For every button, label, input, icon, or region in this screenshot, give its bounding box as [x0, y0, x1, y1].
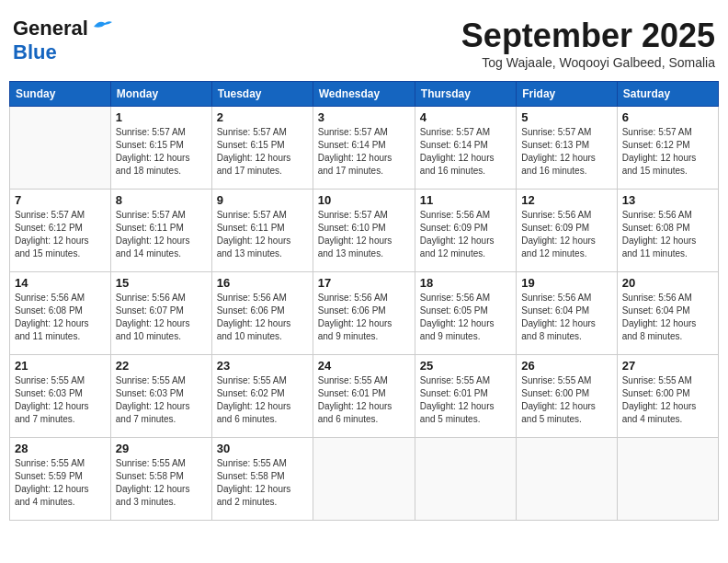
day-number: 7: [15, 193, 106, 207]
day-number: 2: [217, 110, 308, 124]
day-info: Sunrise: 5:57 AM Sunset: 6:15 PM Dayligh…: [217, 126, 308, 178]
calendar-cell: 11Sunrise: 5:56 AM Sunset: 6:09 PM Dayli…: [415, 190, 516, 272]
day-info: Sunrise: 5:55 AM Sunset: 6:01 PM Dayligh…: [318, 374, 410, 426]
calendar-cell: 17Sunrise: 5:56 AM Sunset: 6:06 PM Dayli…: [313, 272, 415, 355]
week-row-1: 1Sunrise: 5:57 AM Sunset: 6:15 PM Daylig…: [10, 107, 719, 190]
header-monday: Monday: [110, 82, 211, 107]
calendar-cell: 22Sunrise: 5:55 AM Sunset: 6:03 PM Dayli…: [110, 355, 211, 438]
day-info: Sunrise: 5:56 AM Sunset: 6:06 PM Dayligh…: [217, 292, 308, 343]
calendar-cell: [10, 107, 111, 190]
header-sunday: Sunday: [10, 82, 111, 107]
week-row-3: 14Sunrise: 5:56 AM Sunset: 6:08 PM Dayli…: [10, 272, 719, 355]
day-info: Sunrise: 5:56 AM Sunset: 6:05 PM Dayligh…: [420, 292, 511, 343]
day-info: Sunrise: 5:57 AM Sunset: 6:13 PM Dayligh…: [521, 126, 611, 178]
logo-text: General: [13, 17, 88, 40]
logo: General Blue: [13, 17, 112, 64]
calendar-cell: 7Sunrise: 5:57 AM Sunset: 6:12 PM Daylig…: [10, 190, 111, 272]
month-title: September 2025: [461, 17, 715, 55]
header-friday: Friday: [517, 82, 617, 107]
day-info: Sunrise: 5:57 AM Sunset: 6:15 PM Dayligh…: [116, 126, 207, 178]
day-info: Sunrise: 5:55 AM Sunset: 6:02 PM Dayligh…: [217, 374, 308, 426]
day-info: Sunrise: 5:55 AM Sunset: 6:03 PM Dayligh…: [116, 374, 207, 426]
day-number: 26: [521, 359, 611, 373]
day-info: Sunrise: 5:56 AM Sunset: 6:09 PM Dayligh…: [521, 209, 611, 260]
week-row-4: 21Sunrise: 5:55 AM Sunset: 6:03 PM Dayli…: [10, 355, 719, 438]
calendar-cell: 3Sunrise: 5:57 AM Sunset: 6:14 PM Daylig…: [313, 107, 415, 190]
calendar-cell: [415, 438, 516, 521]
day-number: 15: [116, 276, 207, 290]
day-number: 20: [622, 276, 713, 290]
calendar-cell: 19Sunrise: 5:56 AM Sunset: 6:04 PM Dayli…: [517, 272, 617, 355]
calendar-cell: [517, 438, 617, 521]
day-info: Sunrise: 5:55 AM Sunset: 6:01 PM Dayligh…: [420, 374, 511, 426]
logo-blue-text: Blue: [13, 40, 57, 63]
day-number: 14: [15, 276, 106, 290]
calendar-table: SundayMondayTuesdayWednesdayThursdayFrid…: [9, 81, 719, 521]
calendar-cell: [617, 438, 718, 521]
week-row-5: 28Sunrise: 5:55 AM Sunset: 5:59 PM Dayli…: [10, 438, 719, 521]
header-saturday: Saturday: [617, 82, 718, 107]
calendar-cell: 15Sunrise: 5:56 AM Sunset: 6:07 PM Dayli…: [110, 272, 211, 355]
day-number: 16: [217, 276, 308, 290]
week-row-2: 7Sunrise: 5:57 AM Sunset: 6:12 PM Daylig…: [10, 190, 719, 272]
day-number: 5: [521, 110, 611, 124]
page-header: General Blue September 2025 Tog Wajaale,…: [9, 9, 719, 77]
day-number: 3: [318, 110, 410, 124]
day-info: Sunrise: 5:57 AM Sunset: 6:14 PM Dayligh…: [420, 126, 511, 178]
day-info: Sunrise: 5:56 AM Sunset: 6:07 PM Dayligh…: [116, 292, 207, 343]
calendar-cell: 28Sunrise: 5:55 AM Sunset: 5:59 PM Dayli…: [10, 438, 111, 521]
day-number: 12: [521, 193, 611, 207]
day-number: 13: [622, 193, 713, 207]
day-info: Sunrise: 5:55 AM Sunset: 5:58 PM Dayligh…: [217, 457, 308, 509]
day-number: 25: [420, 359, 511, 373]
title-area: September 2025 Tog Wajaale, Woqooyi Galb…: [461, 17, 715, 70]
calendar-cell: 8Sunrise: 5:57 AM Sunset: 6:11 PM Daylig…: [110, 190, 211, 272]
day-number: 29: [116, 442, 207, 455]
day-info: Sunrise: 5:55 AM Sunset: 5:58 PM Dayligh…: [116, 457, 207, 509]
day-number: 28: [15, 442, 106, 455]
day-info: Sunrise: 5:55 AM Sunset: 6:03 PM Dayligh…: [15, 374, 106, 426]
day-info: Sunrise: 5:56 AM Sunset: 6:08 PM Dayligh…: [15, 292, 106, 343]
calendar-cell: 30Sunrise: 5:55 AM Sunset: 5:58 PM Dayli…: [211, 438, 313, 521]
day-number: 22: [116, 359, 207, 373]
calendar-cell: 14Sunrise: 5:56 AM Sunset: 6:08 PM Dayli…: [10, 272, 111, 355]
calendar-cell: 12Sunrise: 5:56 AM Sunset: 6:09 PM Dayli…: [517, 190, 617, 272]
calendar-cell: 24Sunrise: 5:55 AM Sunset: 6:01 PM Dayli…: [313, 355, 415, 438]
day-info: Sunrise: 5:57 AM Sunset: 6:11 PM Dayligh…: [116, 209, 207, 260]
calendar-header-row: SundayMondayTuesdayWednesdayThursdayFrid…: [10, 82, 719, 107]
day-info: Sunrise: 5:57 AM Sunset: 6:14 PM Dayligh…: [318, 126, 410, 178]
logo-bird-icon: [92, 19, 112, 34]
day-number: 23: [217, 359, 308, 373]
calendar-cell: [313, 438, 415, 521]
calendar-cell: 4Sunrise: 5:57 AM Sunset: 6:14 PM Daylig…: [415, 107, 516, 190]
day-number: 6: [622, 110, 713, 124]
day-number: 27: [622, 359, 713, 373]
calendar-cell: 5Sunrise: 5:57 AM Sunset: 6:13 PM Daylig…: [517, 107, 617, 190]
calendar-cell: 26Sunrise: 5:55 AM Sunset: 6:00 PM Dayli…: [517, 355, 617, 438]
day-number: 9: [217, 193, 308, 207]
day-info: Sunrise: 5:55 AM Sunset: 6:00 PM Dayligh…: [622, 374, 713, 426]
day-number: 11: [420, 193, 511, 207]
day-number: 24: [318, 359, 410, 373]
day-number: 1: [116, 110, 207, 124]
header-tuesday: Tuesday: [211, 82, 313, 107]
calendar-cell: 6Sunrise: 5:57 AM Sunset: 6:12 PM Daylig…: [617, 107, 718, 190]
day-number: 10: [318, 193, 410, 207]
day-info: Sunrise: 5:56 AM Sunset: 6:08 PM Dayligh…: [622, 209, 713, 260]
day-info: Sunrise: 5:56 AM Sunset: 6:06 PM Dayligh…: [318, 292, 410, 343]
calendar-cell: 9Sunrise: 5:57 AM Sunset: 6:11 PM Daylig…: [211, 190, 313, 272]
calendar-cell: 1Sunrise: 5:57 AM Sunset: 6:15 PM Daylig…: [110, 107, 211, 190]
calendar-cell: 18Sunrise: 5:56 AM Sunset: 6:05 PM Dayli…: [415, 272, 516, 355]
calendar-cell: 25Sunrise: 5:55 AM Sunset: 6:01 PM Dayli…: [415, 355, 516, 438]
calendar-cell: 2Sunrise: 5:57 AM Sunset: 6:15 PM Daylig…: [211, 107, 313, 190]
calendar-cell: 10Sunrise: 5:57 AM Sunset: 6:10 PM Dayli…: [313, 190, 415, 272]
calendar-cell: 21Sunrise: 5:55 AM Sunset: 6:03 PM Dayli…: [10, 355, 111, 438]
calendar-cell: 27Sunrise: 5:55 AM Sunset: 6:00 PM Dayli…: [617, 355, 718, 438]
day-info: Sunrise: 5:55 AM Sunset: 5:59 PM Dayligh…: [15, 457, 106, 509]
day-number: 8: [116, 193, 207, 207]
header-wednesday: Wednesday: [313, 82, 415, 107]
day-info: Sunrise: 5:57 AM Sunset: 6:10 PM Dayligh…: [318, 209, 410, 260]
day-info: Sunrise: 5:56 AM Sunset: 6:04 PM Dayligh…: [622, 292, 713, 343]
day-number: 17: [318, 276, 410, 290]
day-info: Sunrise: 5:57 AM Sunset: 6:12 PM Dayligh…: [622, 126, 713, 178]
